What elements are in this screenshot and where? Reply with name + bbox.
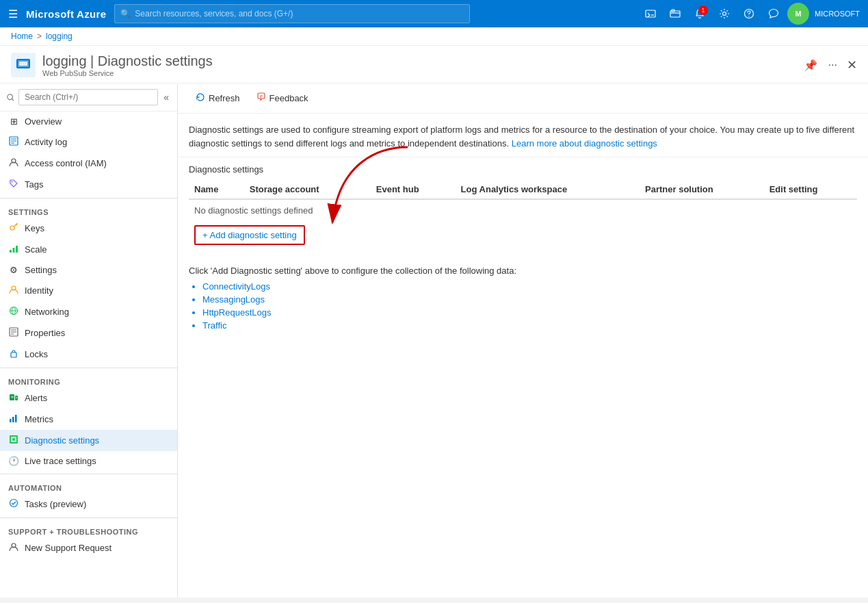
directory-btn[interactable] bbox=[664, 3, 686, 25]
global-search-bar[interactable]: 🔍 bbox=[114, 4, 470, 23]
breadcrumb-home[interactable]: Home bbox=[11, 31, 33, 41]
svg-rect-30 bbox=[11, 352, 16, 357]
sidebar-item-tasks[interactable]: Tasks (preview) bbox=[0, 493, 177, 515]
automation-section-label: Automation bbox=[0, 477, 177, 493]
notifications-btn[interactable]: 1 bbox=[689, 3, 711, 25]
col-eventhub: Event hub bbox=[371, 180, 456, 199]
sidebar-search: « bbox=[0, 84, 177, 112]
close-btn[interactable]: ✕ bbox=[847, 57, 857, 73]
help-btn[interactable] bbox=[738, 3, 760, 25]
sidebar: « ⊞ Overview Activity log Access control… bbox=[0, 84, 178, 598]
top-nav: ☰ Microsoft Azure 🔍 1 M MICROSOFT bbox=[0, 0, 868, 27]
svg-rect-35 bbox=[10, 419, 12, 422]
tags-icon bbox=[8, 179, 19, 190]
svg-point-18 bbox=[10, 226, 14, 230]
pin-btn[interactable]: 📌 bbox=[801, 56, 820, 75]
col-storage: Storage account bbox=[244, 180, 371, 199]
resource-icon bbox=[11, 53, 36, 77]
diag-section-title: Diagnostic settings bbox=[189, 164, 857, 175]
support-icon bbox=[8, 542, 19, 554]
support-section-label: Support + troubleshooting bbox=[0, 521, 177, 537]
breadcrumb-current[interactable]: logging bbox=[46, 31, 73, 41]
svg-line-11 bbox=[12, 99, 14, 101]
svg-rect-19 bbox=[10, 250, 12, 253]
sidebar-item-keys[interactable]: Keys bbox=[0, 218, 177, 239]
refresh-icon bbox=[196, 92, 205, 104]
live-trace-icon: 🕐 bbox=[8, 456, 19, 466]
svg-rect-9 bbox=[19, 62, 27, 66]
brand-name: Microsoft Azure bbox=[26, 8, 106, 20]
svg-point-10 bbox=[8, 94, 13, 99]
sidebar-item-locks[interactable]: Locks bbox=[0, 344, 177, 365]
content-area: Refresh Feedback Diagnostic settings are… bbox=[178, 84, 868, 598]
description-block: Diagnostic settings are used to configur… bbox=[178, 114, 868, 157]
learn-more-link[interactable]: Learn more about diagnostic settings bbox=[512, 138, 657, 149]
resource-header-actions: 📌 ··· bbox=[801, 56, 840, 75]
resource-title: logging | Diagnostic settings bbox=[42, 53, 794, 69]
col-edit: Edit setting bbox=[764, 180, 857, 199]
settings-btn[interactable] bbox=[713, 3, 735, 25]
feedback-nav-btn[interactable] bbox=[763, 3, 785, 25]
sidebar-search-input[interactable] bbox=[18, 89, 158, 105]
user-label: MICROSOFT bbox=[815, 10, 860, 18]
locks-icon bbox=[8, 348, 19, 360]
sidebar-search-icon bbox=[7, 93, 14, 102]
search-icon: 🔍 bbox=[120, 9, 131, 18]
overview-icon: ⊞ bbox=[8, 116, 19, 127]
cloud-shell-btn[interactable] bbox=[640, 3, 661, 25]
diag-table-container: Diagnostic settings Name Storage account… bbox=[178, 157, 868, 263]
user-avatar[interactable]: M bbox=[787, 3, 809, 25]
no-data-row: No diagnostic settings defined bbox=[189, 199, 857, 221]
more-options-btn[interactable]: ··· bbox=[826, 56, 840, 74]
sidebar-item-scale[interactable]: Scale bbox=[0, 239, 177, 260]
diag-table: Name Storage account Event hub Log Analy… bbox=[189, 180, 857, 221]
settings-icon: ⚙ bbox=[8, 265, 19, 275]
feedback-icon bbox=[257, 92, 266, 104]
keys-icon bbox=[8, 222, 19, 234]
list-item-http: HttpRequestLogs bbox=[202, 306, 857, 319]
svg-point-40 bbox=[12, 438, 15, 441]
breadcrumb-separator: > bbox=[37, 31, 42, 41]
svg-rect-21 bbox=[16, 246, 18, 253]
svg-point-41 bbox=[10, 500, 18, 507]
main-layout: « ⊞ Overview Activity log Access control… bbox=[0, 84, 868, 598]
scale-icon bbox=[8, 244, 19, 255]
svg-point-4 bbox=[723, 12, 726, 16]
sidebar-item-identity[interactable]: Identity bbox=[0, 280, 177, 301]
settings-section-label: Settings bbox=[0, 201, 177, 218]
list-item-traffic: Traffic bbox=[202, 319, 857, 332]
hamburger-icon[interactable]: ☰ bbox=[8, 8, 18, 21]
sidebar-item-settings[interactable]: ⚙ Settings bbox=[0, 260, 177, 280]
title-separator: | bbox=[90, 53, 98, 68]
feedback-button[interactable]: Feedback bbox=[250, 89, 315, 107]
sidebar-collapse-btn[interactable]: « bbox=[162, 90, 170, 104]
instructions-block: Click 'Add Diagnostic setting' above to … bbox=[178, 263, 868, 343]
svg-rect-0 bbox=[646, 10, 655, 17]
add-diag-container: + Add diagnostic setting bbox=[189, 222, 857, 256]
sidebar-item-live-trace[interactable]: 🕐 Live trace settings bbox=[0, 451, 177, 471]
sidebar-item-tags[interactable]: Tags bbox=[0, 174, 177, 195]
monitoring-section-label: Monitoring bbox=[0, 371, 177, 387]
refresh-button[interactable]: Refresh bbox=[189, 89, 247, 107]
sidebar-item-activity-log[interactable]: Activity log bbox=[0, 131, 177, 153]
svg-point-17 bbox=[12, 181, 13, 183]
sidebar-item-properties[interactable]: Properties bbox=[0, 322, 177, 344]
col-name: Name bbox=[189, 180, 244, 199]
sidebar-item-iam[interactable]: Access control (IAM) bbox=[0, 153, 177, 174]
sidebar-item-networking[interactable]: Networking bbox=[0, 301, 177, 322]
sidebar-item-diagnostic-settings[interactable]: Diagnostic settings bbox=[0, 430, 177, 451]
global-search-input[interactable] bbox=[135, 9, 464, 18]
alerts-icon bbox=[8, 392, 19, 404]
col-partner: Partner solution bbox=[640, 180, 764, 199]
metrics-icon bbox=[8, 413, 19, 425]
nav-icons: 1 M MICROSOFT bbox=[640, 3, 860, 25]
sidebar-item-alerts[interactable]: Alerts bbox=[0, 387, 177, 409]
resource-subtitle: Web PubSub Service bbox=[42, 69, 794, 77]
add-diagnostic-setting-button[interactable]: + Add diagnostic setting bbox=[194, 225, 305, 245]
sidebar-item-overview[interactable]: ⊞ Overview bbox=[0, 112, 177, 131]
notification-badge: 1 bbox=[698, 5, 708, 15]
activity-log-icon bbox=[8, 136, 19, 148]
identity-icon bbox=[8, 285, 19, 296]
sidebar-item-metrics[interactable]: Metrics bbox=[0, 409, 177, 430]
sidebar-item-support[interactable]: New Support Request bbox=[0, 537, 177, 559]
